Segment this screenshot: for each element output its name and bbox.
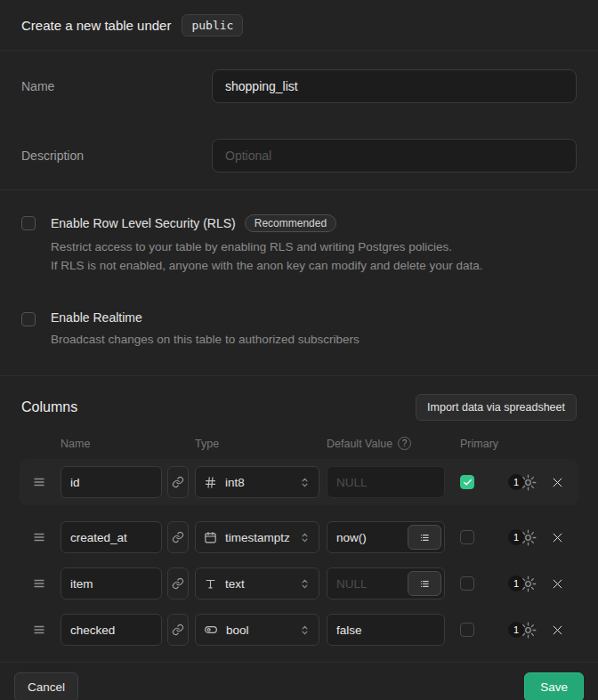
import-spreadsheet-button[interactable]: Import data via spreadsheet [416,394,577,421]
column-name-input[interactable] [61,521,162,553]
close-icon [551,624,564,637]
description-label: Description [21,149,212,163]
cancel-button[interactable]: Cancel [14,672,78,700]
header-type: Type [195,438,319,450]
rls-description: Restrict access to your table by enablin… [51,237,483,275]
column-name-input[interactable] [61,466,162,498]
chevron-updown-icon [299,578,311,590]
column-row-id: int8 1 [20,459,578,505]
realtime-checkbox[interactable] [21,312,36,326]
primary-checkbox[interactable] [460,623,474,637]
chevron-updown-icon [299,532,311,543]
default-value-input[interactable] [327,614,445,646]
primary-checkbox[interactable] [460,576,474,591]
save-button[interactable]: Save [524,672,584,700]
primary-checkbox[interactable] [460,530,474,544]
rls-checkbox[interactable] [21,216,36,230]
check-icon [463,478,473,487]
close-icon [551,577,564,591]
header-default-value: Default Value [327,438,392,450]
columns-header-row: Name Type Default Value ? Primary [20,437,578,459]
foreign-key-link-icon[interactable] [167,614,189,646]
help-icon[interactable]: ? [398,437,411,450]
chevron-updown-icon [299,477,311,488]
name-label: Name [21,79,212,93]
column-settings-button[interactable]: 1 [508,621,537,640]
close-icon [551,476,564,489]
drag-handle-icon[interactable] [32,576,46,591]
remove-column-button[interactable] [549,622,566,639]
column-settings-button[interactable]: 1 [508,528,537,547]
column-name-input[interactable] [61,567,162,599]
remove-column-button[interactable] [549,575,566,592]
dialog-footer: Cancel Save [0,663,598,700]
column-row-item: text 1 [20,564,578,603]
column-type-select[interactable]: timestamptz [195,521,319,553]
column-row-checked: bool 1 [20,610,578,649]
realtime-label: Enable Realtime [51,310,142,325]
chevron-updown-icon [299,624,311,636]
foreign-key-link-icon[interactable] [167,521,189,553]
columns-section: Columns Import data via spreadsheet Name… [0,376,598,663]
column-row-created-at: timestamptz 1 [20,518,578,557]
column-type-select[interactable]: int8 [195,466,319,498]
columns-title: Columns [21,399,77,415]
remove-column-button[interactable] [549,529,566,546]
table-description-input[interactable] [212,139,577,173]
table-name-input[interactable] [212,69,577,103]
toggle-icon [204,623,218,637]
close-icon [551,531,564,544]
rls-option: Enable Row Level Security (RLS) Recommen… [21,214,577,275]
letter-t-icon [204,577,217,591]
default-value-menu-button[interactable] [408,571,441,596]
remove-column-button[interactable] [549,474,566,491]
primary-checkbox[interactable] [460,475,474,489]
calendar-icon [204,531,217,544]
header-name: Name [61,438,162,450]
column-type-select[interactable]: bool [195,614,319,646]
drag-handle-icon[interactable] [32,530,46,544]
dialog-title: Create a new table under [21,18,171,33]
schema-badge: public [182,14,243,36]
list-icon [419,578,431,590]
realtime-description: Broadcast changes on this table to autho… [51,330,360,349]
foreign-key-link-icon[interactable] [167,466,189,498]
column-settings-button[interactable]: 1 [508,575,537,593]
foreign-key-link-icon[interactable] [167,567,189,599]
column-type-select[interactable]: text [195,567,319,599]
default-value-menu-button[interactable] [408,525,441,550]
column-name-input[interactable] [61,614,162,646]
header-primary: Primary [460,438,498,450]
recommended-badge: Recommended [245,214,336,232]
default-value-input [327,466,445,498]
rls-label: Enable Row Level Security (RLS) [51,216,236,230]
drag-handle-icon[interactable] [32,475,46,489]
drag-handle-icon[interactable] [32,623,46,637]
column-settings-button[interactable]: 1 [508,473,537,492]
table-options-section: Enable Row Level Security (RLS) Recommen… [0,190,598,375]
dialog-header: Create a new table under public [0,0,598,51]
realtime-option: Enable Realtime Broadcast changes on thi… [21,310,577,349]
table-info-section: Name Description [0,51,598,189]
list-icon [419,532,431,543]
hash-icon [204,476,217,489]
